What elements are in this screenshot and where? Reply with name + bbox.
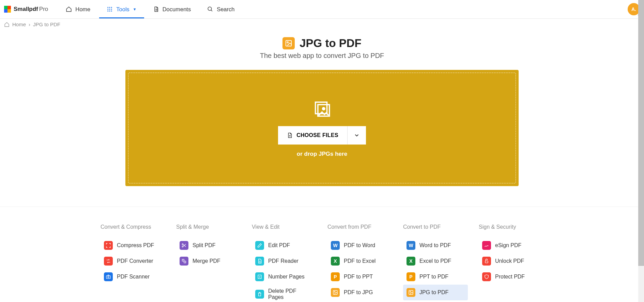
choose-files-label: CHOOSE FILES	[296, 132, 338, 138]
tool-protect-pdf[interactable]: Protect PDF	[479, 269, 543, 285]
number-icon: #	[255, 272, 264, 281]
tool-split-pdf[interactable]: Split PDF	[176, 238, 241, 253]
file-plus-icon	[287, 132, 293, 138]
svg-rect-20	[106, 276, 110, 279]
document-icon	[255, 257, 264, 266]
tool-pdf-scanner[interactable]: PDF Scanner	[101, 269, 165, 285]
tool-jpg-to-pdf[interactable]: JPG to PDF	[403, 285, 468, 300]
image-icon	[407, 288, 415, 297]
ppt-icon: P	[407, 272, 415, 281]
tool-pdf-to-word[interactable]: W PDF to Word	[327, 238, 392, 253]
tool-label: Excel to PDF	[419, 258, 451, 264]
svg-point-33	[334, 291, 335, 292]
tool-pdf-reader[interactable]: PDF Reader	[252, 253, 317, 269]
svg-rect-26	[182, 259, 184, 261]
tool-pdf-to-excel[interactable]: X PDF to Excel	[327, 253, 392, 269]
dropzone[interactable]: CHOOSE FILES or drop JPGs here	[125, 70, 519, 186]
svg-point-17	[323, 107, 325, 109]
tool-label: PDF Converter	[117, 258, 153, 264]
tools-column-view-edit: View & Edit Edit PDF PDF Reader # Number…	[252, 224, 317, 302]
tool-pdf-converter[interactable]: PDF Converter	[101, 253, 165, 269]
tool-pdf-to-jpg[interactable]: PDF to JPG	[327, 285, 392, 300]
chevron-down-icon: ▼	[133, 7, 137, 11]
trash-icon	[255, 290, 264, 299]
tool-excel-to-pdf[interactable]: X Excel to PDF	[403, 253, 468, 269]
tool-word-to-pdf[interactable]: W Word to PDF	[403, 238, 468, 253]
tool-label: Number Pages	[268, 274, 305, 280]
tool-edit-pdf[interactable]: Edit PDF	[252, 238, 317, 253]
svg-point-6	[108, 11, 109, 12]
tools-column-convert-from: Convert from PDF W PDF to Word X PDF to …	[327, 224, 392, 302]
tools-column-sign-security: Sign & Security eSign PDF Unlock PDF Pro…	[479, 224, 543, 302]
svg-point-21	[108, 276, 109, 278]
tool-pdf-to-ppt[interactable]: P PDF to PPT	[327, 269, 392, 285]
svg-point-5	[111, 9, 112, 10]
brand-text: SmallpdfPro	[14, 6, 48, 13]
tool-label: JPG to PDF	[419, 289, 448, 296]
choose-files-group: CHOOSE FILES	[278, 126, 366, 145]
breadcrumb-current: JPG to PDF	[33, 21, 60, 27]
tool-label: Compress PDF	[117, 242, 154, 248]
scrollbar-thumb[interactable]	[638, 0, 644, 266]
excel-icon: X	[407, 257, 415, 266]
svg-line-12	[211, 10, 212, 11]
word-icon: W	[407, 241, 415, 250]
nav-documents[interactable]: Documents	[145, 0, 199, 18]
tool-label: PDF Reader	[268, 258, 298, 264]
tool-delete-pages[interactable]: Delete PDF Pages	[252, 285, 317, 302]
tool-label: PDF to Excel	[344, 258, 375, 264]
tool-label: Edit PDF	[268, 242, 290, 248]
shield-icon	[482, 272, 491, 281]
column-title: Convert & Compress	[101, 224, 165, 230]
pencil-icon	[255, 241, 264, 250]
tool-label: PDF Scanner	[117, 274, 150, 280]
tools-column-convert-compress: Convert & Compress Compress PDF PDF Conv…	[101, 224, 165, 302]
ppt-icon: P	[331, 272, 340, 281]
tool-ppt-to-pdf[interactable]: P PPT to PDF	[403, 269, 468, 285]
tools-column-convert-to: Convert to PDF W Word to PDF X Excel to …	[403, 224, 468, 302]
svg-point-35	[410, 291, 411, 292]
svg-rect-15	[316, 102, 327, 114]
images-stack-icon	[312, 99, 332, 120]
tool-merge-pdf[interactable]: Merge PDF	[176, 253, 241, 269]
tool-label: eSign PDF	[495, 242, 521, 248]
avatar-initials: A.	[631, 6, 636, 12]
dropzone-inner: CHOOSE FILES or drop JPGs here	[128, 73, 516, 183]
brand-tier: Pro	[39, 6, 48, 12]
image-icon	[282, 37, 295, 49]
choose-files-button[interactable]: CHOOSE FILES	[278, 126, 348, 145]
nav-home[interactable]: Home	[58, 0, 98, 18]
tool-label: PDF to Word	[344, 242, 375, 248]
tool-label: Merge PDF	[193, 258, 220, 264]
svg-point-0	[108, 7, 109, 8]
search-icon	[207, 6, 213, 12]
svg-point-14	[287, 42, 289, 43]
breadcrumb-home[interactable]: Home	[12, 21, 26, 27]
choose-files-dropdown[interactable]	[348, 126, 366, 145]
tool-label: Unlock PDF	[495, 258, 524, 264]
svg-point-2	[111, 7, 112, 8]
tool-esign-pdf[interactable]: eSign PDF	[479, 238, 543, 253]
home-icon	[66, 6, 72, 12]
home-icon	[4, 22, 10, 27]
nav-documents-label: Documents	[163, 6, 191, 13]
tool-compress-pdf[interactable]: Compress PDF	[101, 238, 165, 253]
scrollbar-track[interactable]	[638, 0, 644, 302]
brand-logo[interactable]: SmallpdfPro	[4, 6, 48, 13]
grid-icon	[107, 6, 113, 12]
tools-grid: Convert & Compress Compress PDF PDF Conv…	[87, 224, 557, 302]
nav-tools[interactable]: Tools ▼	[98, 0, 144, 18]
svg-point-4	[109, 9, 110, 10]
svg-rect-36	[485, 261, 488, 263]
breadcrumb-separator: ›	[29, 21, 30, 27]
tool-label: Word to PDF	[419, 242, 451, 248]
tool-number-pages[interactable]: # Number Pages	[252, 269, 317, 285]
primary-nav: Home Tools ▼ Documents Search	[58, 0, 243, 18]
nav-home-label: Home	[75, 6, 90, 13]
nav-search[interactable]: Search	[199, 0, 243, 18]
column-title: Sign & Security	[479, 224, 543, 230]
tool-unlock-pdf[interactable]: Unlock PDF	[479, 253, 543, 269]
tool-label: Split PDF	[193, 242, 216, 248]
breadcrumb: Home › JPG to PDF	[0, 19, 644, 30]
svg-line-25	[183, 244, 186, 246]
